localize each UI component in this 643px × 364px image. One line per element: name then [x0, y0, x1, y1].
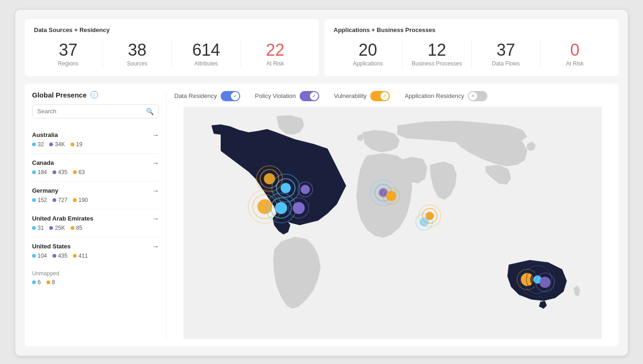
metric-attributes: 614 Attributes: [172, 39, 241, 69]
applications-label: Applications: [337, 60, 399, 67]
stat-orange-uae: 85: [71, 225, 82, 231]
regions-value: 37: [38, 41, 99, 59]
right-panel: Data Residency ✓ Policy Violation ✓: [167, 91, 611, 339]
country-name-uae: United Arab Emirates: [32, 215, 93, 222]
stat-purple-australia: 34K: [49, 141, 65, 148]
dot-orange-germany: [73, 198, 77, 202]
country-item-germany[interactable]: Germany → 152 727 190: [32, 182, 159, 209]
data-flows-label: Data Flows: [475, 60, 537, 67]
dot-orange-uae: [71, 226, 74, 230]
attributes-value: 614: [176, 41, 237, 59]
dot-orange-us: [73, 254, 77, 258]
country-item-canada[interactable]: Canada → 184 435 63: [32, 154, 159, 182]
country-name-canada: Canada: [32, 159, 54, 166]
toggle-label-policy-violation: Policy Violation: [255, 92, 296, 99]
unmapped-section: Unmapped 6 8: [32, 265, 159, 286]
applications-section: Applications + Business Processes 20 App…: [324, 19, 618, 76]
country-stats-canada: 184 435 63: [32, 169, 159, 176]
search-input[interactable]: [37, 108, 146, 115]
search-icon: 🔍: [146, 108, 154, 115]
toggle-vulnerability: Vulnerability ✓: [334, 91, 390, 101]
dashboard: Data Sources + Residency 37 Regions 38 S…: [15, 9, 628, 356]
stat-purple-us: 435: [52, 253, 67, 259]
dot-blue-uae: [32, 226, 36, 230]
toggle-label-data-residency: Data Residency: [174, 92, 217, 99]
country-name-germany: Germany: [32, 187, 58, 194]
applications-title: Applications + Business Processes: [334, 26, 609, 33]
country-name-us: United States: [32, 243, 71, 250]
toggle-x-app-residency: ✕: [471, 93, 475, 98]
marker-canada-orange: [256, 166, 282, 192]
country-stats-us: 104 435 411: [32, 253, 159, 259]
business-processes-value: 12: [407, 41, 468, 59]
dot-orange-canada: [73, 170, 77, 174]
country-item-us[interactable]: United States → 104 435 411: [32, 237, 159, 265]
toggle-bar: Data Residency ✓ Policy Violation ✓: [174, 91, 611, 101]
search-box[interactable]: 🔍: [32, 104, 159, 118]
metric-regions: 37 Regions: [34, 39, 103, 69]
dot-blue-us: [32, 254, 36, 258]
dot-blue-germany: [32, 198, 36, 202]
marker-canada-blue: [272, 174, 300, 202]
svg-point-16: [293, 202, 305, 214]
stat-blue-australia: 32: [32, 141, 44, 148]
dot-purple-us: [52, 254, 56, 258]
toggle-switch-data-residency[interactable]: ✓: [221, 91, 240, 101]
datasources-atrisk-label: At Risk: [245, 60, 306, 67]
global-presence-title: Global Presence: [32, 91, 87, 99]
stat-orange-canada: 63: [73, 169, 85, 176]
apps-atrisk-label: At Risk: [545, 60, 606, 67]
toggle-switch-vulnerability[interactable]: ✓: [370, 91, 390, 101]
toggle-check-vulnerability: ✓: [383, 94, 387, 98]
dot-purple-germany: [52, 198, 56, 202]
marker-usa-blue-large: [266, 193, 296, 223]
toggle-data-residency: Data Residency ✓: [174, 91, 240, 101]
country-list: Australia → 32 34K 19 Canada →: [32, 126, 159, 265]
dot-purple-uae: [49, 226, 53, 230]
datasources-metrics: 37 Regions 38 Sources 614 Attributes 22 …: [34, 39, 309, 69]
toggle-policy-violation: Policy Violation ✓: [255, 91, 319, 101]
left-panel: Global Presence i 🔍 Australia → 32 34K: [32, 91, 167, 339]
info-icon[interactable]: i: [91, 91, 98, 98]
toggle-label-vulnerability: Vulnerability: [334, 92, 367, 99]
arrow-icon-uae: →: [152, 215, 159, 222]
stat-blue-canada: 184: [32, 169, 47, 176]
dot-orange-unmapped: [46, 280, 50, 284]
stat-orange-us: 411: [73, 253, 88, 259]
unmapped-label: Unmapped: [32, 270, 159, 277]
regions-label: Regions: [38, 60, 99, 67]
metric-data-flows: 37 Data Flows: [472, 39, 541, 69]
world-map-svg: [174, 107, 611, 339]
toggle-switch-app-residency[interactable]: ✕: [468, 91, 487, 101]
metric-datasources-atrisk: 22 At Risk: [241, 39, 310, 69]
svg-point-6: [281, 183, 291, 193]
country-name-australia: Australia: [32, 131, 58, 138]
toggle-knob-data-residency: ✓: [231, 92, 239, 100]
dot-orange-australia: [71, 143, 74, 146]
arrow-icon-us: →: [152, 243, 159, 250]
main-content: Global Presence i 🔍 Australia → 32 34K: [25, 84, 618, 346]
dot-blue-unmapped: [32, 280, 36, 284]
stat-purple-canada: 435: [52, 169, 67, 176]
sources-label: Sources: [107, 60, 168, 67]
panel-header: Global Presence i: [32, 91, 159, 99]
svg-point-22: [386, 191, 396, 201]
stat-blue-germany: 152: [32, 197, 47, 203]
data-flows-value: 37: [475, 41, 537, 59]
country-item-uae[interactable]: United Arab Emirates → 31 25K 85: [32, 209, 159, 237]
svg-point-27: [420, 217, 429, 227]
country-item-australia[interactable]: Australia → 32 34K 19: [32, 126, 159, 154]
apps-atrisk-value: 0: [545, 41, 606, 59]
toggle-switch-policy-violation[interactable]: ✓: [300, 91, 319, 101]
country-header-canada: Canada →: [32, 159, 159, 167]
svg-point-8: [301, 185, 310, 194]
stat-blue-uae: 31: [32, 225, 44, 231]
metrics-row: Data Sources + Residency 37 Regions 38 S…: [25, 19, 618, 76]
arrow-icon-australia: →: [152, 131, 159, 139]
sources-value: 38: [107, 41, 168, 59]
dot-purple-canada: [52, 170, 56, 174]
dot-blue-canada: [32, 170, 36, 174]
datasources-section: Data Sources + Residency 37 Regions 38 S…: [25, 19, 319, 76]
toggle-check-policy-violation: ✓: [312, 94, 316, 98]
stat-blue-us: 104: [32, 253, 47, 259]
